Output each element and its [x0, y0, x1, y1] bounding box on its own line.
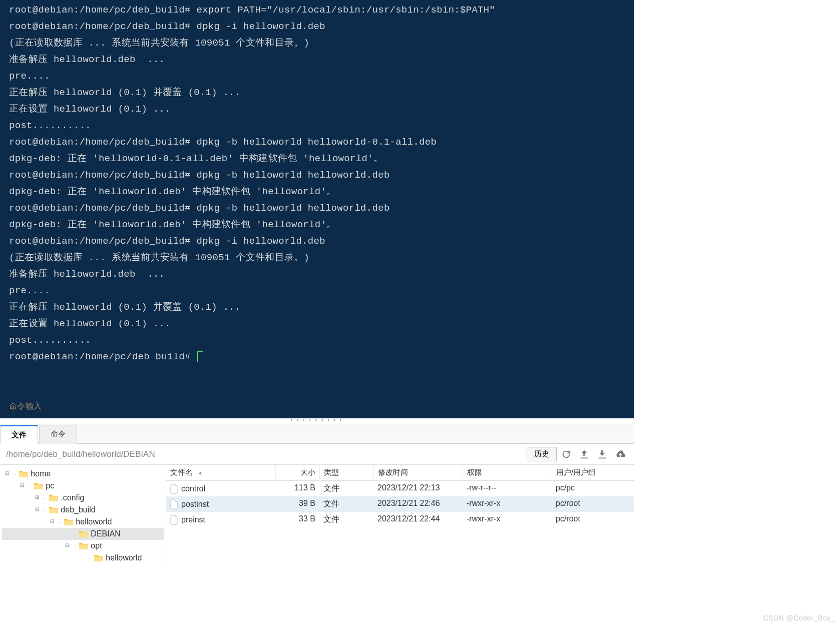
file-list-header: 文件名▲ 大小 类型 修改时间 权限 用户/用户组 [166, 465, 634, 481]
folder-icon [19, 470, 29, 478]
tab-bar: 文件 命令 [0, 424, 634, 444]
tree-node-label: home [31, 469, 51, 478]
tree-node[interactable]: ⊟···home [2, 468, 164, 480]
terminal-line: dpkg-deb: 正在 'helloworld-0.1-all.deb' 中构… [9, 151, 630, 167]
column-size[interactable]: 大小 [275, 465, 319, 480]
tree-node[interactable]: ⊟···pc [2, 480, 164, 492]
file-name: preinst [181, 515, 205, 524]
file-icon [170, 484, 178, 494]
tree-node[interactable]: ⊟···opt [2, 540, 164, 552]
tab-commands[interactable]: 命令 [39, 425, 77, 444]
file-browser: ⊟···home⊟···pc⊞···.config⊟···deb_build⊟·… [0, 464, 634, 567]
file-perm: -rw-r--r-- [463, 482, 552, 495]
folder-icon [79, 542, 89, 550]
file-type: 文件 [319, 513, 373, 526]
file-size: 113 B [275, 482, 319, 495]
terminal-line: pre.... [9, 283, 630, 299]
file-size: 33 B [275, 513, 319, 526]
column-name[interactable]: 文件名▲ [166, 465, 275, 480]
file-name: control [181, 484, 205, 493]
download-icon[interactable] [597, 449, 608, 460]
terminal-line: post.......... [9, 332, 630, 349]
file-type: 文件 [319, 482, 373, 495]
tree-node[interactable]: ···helloworld [2, 552, 164, 564]
terminal-line: root@debian:/home/pc/deb_build# export P… [9, 2, 630, 19]
sort-asc-icon: ▲ [198, 470, 203, 475]
file-row[interactable]: control113 B文件2023/12/21 22:13-rw-r--r--… [166, 481, 634, 496]
folder-tree[interactable]: ⊟···home⊟···pc⊞···.config⊟···deb_build⊟·… [0, 465, 166, 567]
terminal-line: dpkg-deb: 正在 'helloworld.deb' 中构建软件包 'he… [9, 217, 630, 233]
file-user: pc/root [552, 498, 634, 510]
file-perm: -rwxr-xr-x [463, 498, 552, 510]
tree-node-label: .config [61, 493, 84, 502]
file-list: 文件名▲ 大小 类型 修改时间 权限 用户/用户组 control113 B文件… [166, 465, 634, 567]
terminal-line: 正在设置 helloworld (0.1) ... [9, 316, 630, 332]
folder-icon [94, 554, 104, 562]
folder-icon [79, 530, 89, 538]
file-row[interactable]: preinst33 B文件2023/12/21 22:44-rwxr-xr-xp… [166, 512, 634, 527]
command-input-label[interactable]: 命令输入 [9, 398, 42, 414]
terminal-line: root@debian:/home/pc/deb_build# [9, 349, 630, 365]
collapse-icon[interactable]: ⊟ [34, 507, 40, 513]
folder-icon [64, 518, 74, 526]
column-time[interactable]: 修改时间 [373, 465, 463, 480]
tree-node[interactable]: ⊟···helloworld [2, 516, 164, 528]
terminal-line: 准备解压 helloworld.deb ... [9, 266, 630, 283]
terminal-line: 正在解压 helloworld (0.1) 并覆盖 (0.1) ... [9, 85, 630, 101]
collapse-icon[interactable]: ⊟ [64, 543, 70, 549]
terminal-line: root@debian:/home/pc/deb_build# dpkg -b … [9, 134, 630, 151]
tree-node-label: pc [46, 481, 54, 490]
file-name: postinst [181, 500, 209, 509]
file-time: 2023/12/21 22:46 [373, 498, 463, 510]
current-path[interactable]: /home/pc/deb_build/helloworld/DEBIAN [4, 449, 523, 459]
file-size: 39 B [275, 498, 319, 510]
file-user: pc/root [552, 513, 634, 526]
terminal-line: pre.... [9, 68, 630, 85]
tree-node-label: opt [91, 541, 102, 550]
tree-node-label: helloworld [106, 553, 142, 562]
file-row[interactable]: postinst39 B文件2023/12/21 22:46-rwxr-xr-x… [166, 496, 634, 512]
tree-node-label: deb_build [61, 505, 95, 514]
resize-handle[interactable]: • • • • • • • • • [0, 418, 634, 424]
file-icon [170, 515, 178, 525]
folder-icon [49, 506, 59, 514]
terminal-cursor [197, 351, 203, 362]
terminal-line: (正在读取数据库 ... 系统当前共安装有 109051 个文件和目录。) [9, 35, 630, 52]
terminal-line: 准备解压 helloworld.deb ... [9, 52, 630, 68]
tree-node[interactable]: ⊟···deb_build [2, 504, 164, 516]
tree-node-label: helloworld [76, 517, 112, 526]
expand-icon[interactable]: ⊞ [34, 495, 40, 501]
folder-icon [49, 494, 59, 502]
watermark: CSDN @Coder_Boy_ [763, 614, 835, 622]
file-icon [170, 499, 178, 509]
collapse-icon[interactable]: ⊟ [19, 483, 25, 489]
terminal-line: dpkg-deb: 正在 'helloworld.deb' 中构建软件包 'he… [9, 184, 630, 200]
file-perm: -rwxr-xr-x [463, 513, 552, 526]
terminal-line: root@debian:/home/pc/deb_build# dpkg -b … [9, 167, 630, 184]
folder-icon [34, 482, 44, 490]
file-time: 2023/12/21 22:44 [373, 513, 463, 526]
terminal-line: 正在设置 helloworld (0.1) ... [9, 101, 630, 118]
terminal-line: post.......... [9, 118, 630, 134]
tree-node[interactable]: ⊞···.config [2, 492, 164, 504]
terminal-line: root@debian:/home/pc/deb_build# dpkg -i … [9, 233, 630, 250]
file-time: 2023/12/21 22:13 [373, 482, 463, 495]
refresh-icon[interactable] [561, 449, 572, 460]
history-button[interactable]: 历史 [527, 447, 557, 461]
terminal-output[interactable]: root@debian:/home/pc/deb_build# export P… [0, 0, 634, 418]
path-bar: /home/pc/deb_build/helloworld/DEBIAN 历史 [0, 444, 634, 464]
collapse-icon[interactable]: ⊟ [4, 471, 10, 477]
file-user: pc/pc [552, 482, 634, 495]
upload-icon[interactable] [579, 449, 590, 460]
terminal-line: (正在读取数据库 ... 系统当前共安装有 109051 个文件和目录。) [9, 250, 630, 266]
cloud-upload-icon[interactable] [615, 449, 626, 460]
tab-files[interactable]: 文件 [0, 425, 38, 444]
column-perm[interactable]: 权限 [463, 465, 552, 480]
tree-node-label: DEBIAN [91, 529, 121, 538]
terminal-line: 正在解压 helloworld (0.1) 并覆盖 (0.1) ... [9, 299, 630, 316]
terminal-line: root@debian:/home/pc/deb_build# dpkg -i … [9, 19, 630, 35]
collapse-icon[interactable]: ⊟ [49, 519, 55, 525]
column-type[interactable]: 类型 [319, 465, 373, 480]
tree-node[interactable]: ···DEBIAN [2, 528, 164, 540]
column-user[interactable]: 用户/用户组 [552, 465, 634, 480]
